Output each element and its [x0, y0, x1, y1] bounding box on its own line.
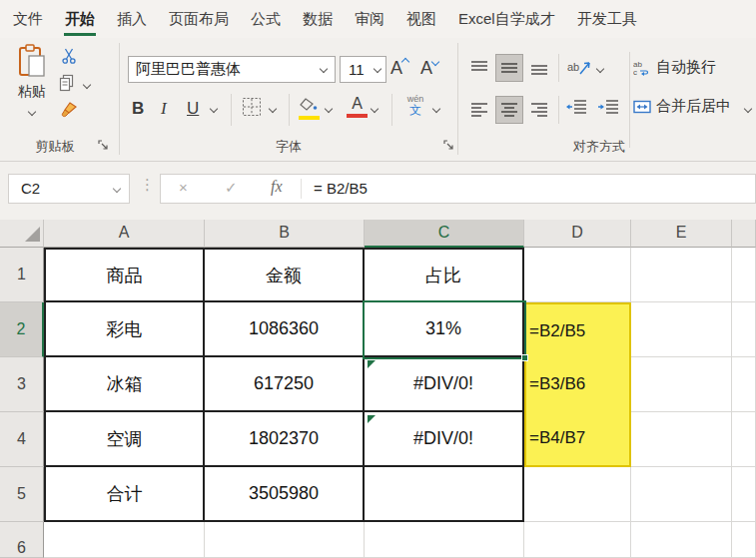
- formula-input-area[interactable]: × ✓ fx = B2/B5: [160, 174, 756, 204]
- fill-color-button[interactable]: [299, 97, 320, 120]
- tab-home[interactable]: 开始: [54, 0, 106, 38]
- row-header-6[interactable]: 6: [0, 522, 44, 558]
- row-header-3[interactable]: 3: [0, 357, 44, 412]
- cell-F3[interactable]: [732, 357, 756, 412]
- cell-F6[interactable]: [732, 522, 756, 558]
- chevron-down-icon[interactable]: [432, 105, 440, 113]
- tab-page-layout[interactable]: 页面布局: [158, 0, 240, 38]
- tab-file[interactable]: 文件: [2, 0, 54, 38]
- cell-C5[interactable]: [365, 467, 524, 522]
- formula-text[interactable]: = B2/B5: [314, 180, 368, 197]
- cell-C4[interactable]: #DIV/0!: [365, 412, 524, 467]
- chevron-down-icon[interactable]: [269, 105, 277, 113]
- row-header-1[interactable]: 1: [0, 248, 44, 302]
- align-middle-button[interactable]: [495, 54, 523, 82]
- cell-C6[interactable]: [365, 522, 524, 558]
- cell-E6[interactable]: [631, 522, 732, 558]
- cell-A4[interactable]: 空调: [44, 412, 205, 467]
- select-all-corner[interactable]: [0, 220, 44, 248]
- tab-view[interactable]: 视图: [395, 0, 447, 38]
- align-top-button[interactable]: [465, 54, 493, 82]
- cell-D1[interactable]: [524, 248, 631, 302]
- phonetic-guide-button[interactable]: wén 文: [402, 95, 428, 117]
- cell-C2[interactable]: 31%: [365, 302, 524, 357]
- align-left-button[interactable]: [465, 96, 493, 124]
- underline-button[interactable]: U: [187, 96, 199, 122]
- cell-E4[interactable]: [631, 412, 732, 467]
- column-header-D[interactable]: D: [524, 220, 631, 248]
- cell-E1[interactable]: [631, 248, 732, 302]
- paste-button[interactable]: 粘贴: [8, 44, 56, 119]
- row-header-5[interactable]: 5: [0, 467, 44, 522]
- italic-button[interactable]: I: [161, 96, 167, 122]
- orientation-button[interactable]: ab: [567, 59, 591, 77]
- bold-button[interactable]: B: [132, 96, 144, 122]
- chevron-down-icon[interactable]: [28, 108, 36, 116]
- font-dialog-launcher-icon[interactable]: [443, 136, 453, 154]
- tab-formulas[interactable]: 公式: [240, 0, 292, 38]
- row-header-4[interactable]: 4: [0, 412, 44, 467]
- cell-A5[interactable]: 合计: [44, 467, 205, 522]
- cell-D2-formula[interactable]: =B2/B5: [526, 304, 629, 358]
- merge-center-button[interactable]: 合并后居中: [633, 97, 731, 116]
- tab-data[interactable]: 数据: [292, 0, 344, 38]
- chevron-down-icon[interactable]: [113, 185, 121, 193]
- chevron-down-icon[interactable]: [210, 105, 218, 113]
- cancel-icon[interactable]: ×: [179, 179, 188, 196]
- chevron-down-icon[interactable]: [371, 105, 378, 113]
- chevron-down-icon[interactable]: [325, 105, 333, 113]
- column-header-E[interactable]: E: [631, 220, 732, 248]
- cell-A1[interactable]: 商品: [44, 248, 205, 302]
- insert-function-icon[interactable]: fx: [271, 178, 283, 196]
- row-header-2[interactable]: 2: [0, 302, 44, 357]
- cell-F1[interactable]: [732, 248, 756, 302]
- cell-F2[interactable]: [732, 302, 756, 357]
- cell-D4-formula[interactable]: =B4/B7: [526, 411, 629, 465]
- tab-review[interactable]: 审阅: [344, 0, 395, 38]
- cell-B2[interactable]: 1086360: [205, 302, 365, 357]
- chevron-down-icon[interactable]: [744, 105, 752, 113]
- column-header-A[interactable]: A: [44, 220, 205, 248]
- cell-E5[interactable]: [631, 467, 732, 522]
- cell-D6[interactable]: [524, 522, 631, 558]
- format-painter-button[interactable]: [60, 102, 78, 118]
- tab-insert[interactable]: 插入: [106, 0, 158, 38]
- column-header-C[interactable]: C: [365, 220, 524, 248]
- chevron-down-icon[interactable]: [83, 81, 91, 89]
- cell-F4[interactable]: [732, 412, 756, 467]
- tab-excel-self-study[interactable]: Excel自学成才: [447, 0, 566, 38]
- cut-button[interactable]: [62, 48, 76, 64]
- cell-C1[interactable]: 占比: [365, 248, 524, 302]
- cell-C3[interactable]: #DIV/0!: [365, 357, 524, 412]
- cell-B3[interactable]: 617250: [205, 357, 365, 412]
- increase-indent-button[interactable]: [597, 99, 619, 115]
- cell-B5[interactable]: 3505980: [205, 467, 365, 522]
- cell-F5[interactable]: [732, 467, 756, 522]
- tab-developer[interactable]: 开发工具: [566, 0, 648, 38]
- copy-button[interactable]: [58, 74, 76, 92]
- align-right-button[interactable]: [525, 96, 553, 124]
- formula-bar-grip-icon[interactable]: ⋮: [140, 176, 155, 194]
- align-bottom-button[interactable]: [525, 54, 553, 82]
- font-size-combo[interactable]: 11: [340, 56, 386, 83]
- name-box[interactable]: C2: [8, 174, 130, 204]
- clipboard-dialog-launcher-icon[interactable]: [98, 136, 108, 154]
- align-center-button[interactable]: [495, 96, 523, 124]
- cell-A3[interactable]: 冰箱: [44, 357, 205, 412]
- font-color-button[interactable]: A: [347, 95, 368, 118]
- column-header-B[interactable]: B: [205, 220, 365, 248]
- cell-D3-formula[interactable]: =B3/B6: [526, 358, 629, 412]
- wrap-text-button[interactable]: ab c 自动换行: [633, 58, 716, 77]
- cell-B1[interactable]: 金额: [205, 248, 365, 302]
- enter-icon[interactable]: ✓: [225, 179, 238, 197]
- cell-B6[interactable]: [205, 522, 365, 558]
- cell-D5[interactable]: [524, 467, 631, 522]
- shrink-font-button[interactable]: A: [420, 58, 438, 79]
- font-name-combo[interactable]: 阿里巴巴普惠体: [128, 56, 336, 83]
- borders-button[interactable]: [242, 97, 262, 117]
- decrease-indent-button[interactable]: [565, 99, 587, 115]
- cell-A6[interactable]: [44, 522, 205, 558]
- chevron-down-icon[interactable]: [596, 65, 604, 73]
- cell-B4[interactable]: 1802370: [205, 412, 365, 467]
- cell-E2[interactable]: [631, 302, 732, 357]
